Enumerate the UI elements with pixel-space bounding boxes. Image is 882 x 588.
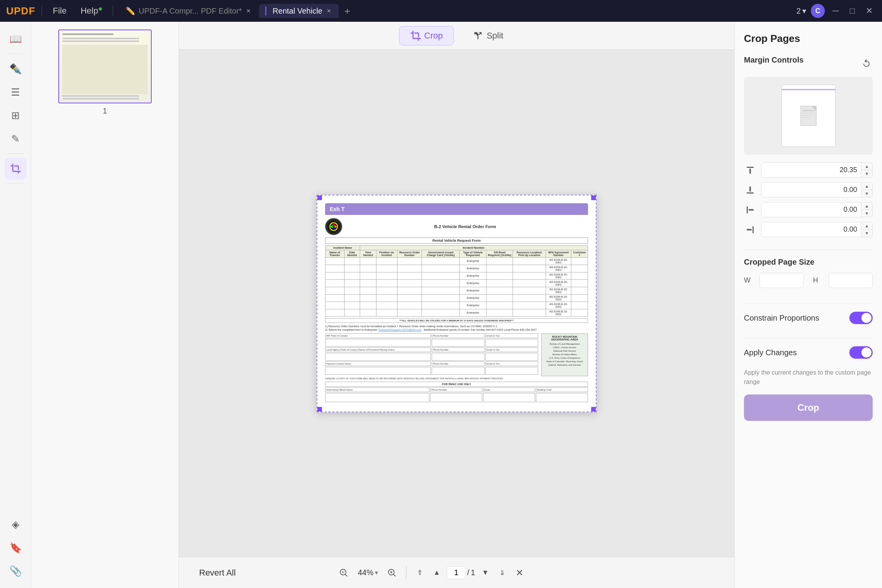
tab-pdf-close[interactable]: ✕ (245, 7, 252, 14)
apply-toggle[interactable] (849, 346, 873, 359)
margin-left-input[interactable] (761, 202, 861, 217)
maximize-button[interactable]: □ (847, 4, 858, 17)
close-nav-button[interactable]: ✕ (513, 566, 527, 580)
pdf-geo-area: ROCKY MOUNTAIN GEOGRAPHIC AREA (543, 335, 586, 341)
svg-line-12 (394, 574, 396, 576)
sidebar-item-annotate[interactable]: ✒️ (5, 58, 26, 80)
sidebar-item-layers[interactable]: ◈ (5, 513, 26, 535)
preview-document (781, 85, 836, 147)
th-position: Position on Incident (376, 250, 397, 257)
apply-changes-row: Apply Changes (744, 346, 873, 359)
revert-all-button[interactable]: Revert All (188, 564, 247, 582)
height-input-container: ▲ ▼ (829, 273, 873, 288)
reset-button[interactable] (860, 57, 873, 70)
edit-tab-icon: ✏️ (126, 6, 135, 16)
pdf-contact-section: IMT Point of Contact Phone Number Email … (325, 333, 588, 376)
constrain-toggle[interactable] (849, 312, 873, 324)
svg-rect-23 (749, 209, 754, 211)
tab-add-button[interactable]: ＋ (340, 3, 355, 19)
close-button[interactable]: ✕ (863, 4, 876, 17)
margin-top-row: ▲ ▼ (744, 162, 873, 178)
crop-icon-svg (10, 163, 21, 174)
sidebar-item-read[interactable]: 📖 (5, 28, 26, 50)
margin-right-input[interactable] (761, 222, 861, 237)
minimize-button[interactable]: ─ (830, 4, 842, 17)
file-menu[interactable]: File (48, 4, 71, 17)
margin-preview-area (744, 77, 873, 155)
width-input[interactable] (760, 273, 804, 288)
tab-rental-close[interactable]: ✕ (326, 7, 332, 14)
pdf-main-title: B-2 Vehicle Rental Order Form (342, 224, 588, 229)
sidebar-item-bookmark[interactable]: 🔖 (5, 537, 26, 558)
th-location: Resource Location/ Pick Up Location (513, 250, 546, 257)
user-avatar[interactable]: C (811, 4, 825, 18)
sidebar-item-list[interactable]: ☰ (5, 81, 26, 103)
margin-left-spinners: ▲ ▼ (861, 203, 872, 217)
first-page-button[interactable]: ⇑ (413, 566, 427, 580)
margin-top-input-container: ▲ ▼ (761, 162, 873, 178)
margin-left-down[interactable]: ▼ (861, 210, 872, 217)
sidebar-bottom: ◈ 🔖 📎 (5, 513, 26, 582)
margin-top-input[interactable] (761, 163, 861, 177)
zoom-dropdown-arrow[interactable]: ▾ (375, 569, 378, 576)
tab-bar: ✏️ UPDF-A Compr... PDF Editor* ✕ Rental … (119, 3, 792, 19)
pdf-contact-left: IMT Point of Contact Phone Number Email … (325, 333, 538, 376)
sidebar-item-grid[interactable]: ⊞ (5, 105, 26, 126)
sidebar-item-attachment[interactable]: 📎 (5, 560, 26, 582)
margin-section-title: Margin Controls (744, 56, 803, 65)
thumbnail-panel: 1 (31, 22, 179, 588)
thumb-table (62, 45, 148, 94)
margin-top-down[interactable]: ▼ (861, 170, 872, 177)
height-input[interactable] (829, 273, 873, 288)
last-page-button[interactable]: ⇓ (495, 566, 509, 580)
margin-right-up[interactable]: ▲ (861, 223, 872, 230)
margin-top-up[interactable]: ▲ (861, 163, 872, 170)
tab-rental-vehicle[interactable]: Rental Vehicle ✕ (259, 4, 339, 18)
margin-left-up[interactable]: ▲ (861, 203, 872, 210)
page-number-input[interactable] (447, 566, 466, 579)
crop-handle-tl[interactable] (317, 195, 322, 200)
svg-rect-25 (747, 229, 752, 230)
margin-bottom-icon-svg (746, 185, 755, 195)
svg-line-8 (345, 574, 348, 576)
table-row: EnterpriseAG-6249-B-16-0002 (326, 257, 588, 265)
margin-bottom-down[interactable]: ▼ (861, 190, 872, 197)
preview-doc-icon-svg (799, 104, 818, 127)
pdf-rmac-section: FOR RMAC USE ONLY Authorizing Official N… (325, 382, 588, 402)
crop-handle-br[interactable] (591, 407, 597, 412)
zoom-in-button[interactable] (384, 565, 400, 581)
thumbnail-page-1[interactable]: 1 (58, 30, 152, 115)
prev-page-button[interactable]: ▲ (430, 566, 444, 580)
next-page-button[interactable]: ▼ (478, 566, 492, 580)
preview-top-margin (782, 89, 835, 90)
margin-right-down[interactable]: ▼ (861, 230, 872, 237)
margin-bottom-input[interactable] (761, 183, 861, 197)
thumb-line-3 (62, 95, 139, 97)
sidebar-item-edit[interactable]: ✎ (5, 128, 26, 150)
svg-rect-17 (803, 117, 810, 118)
crop-handle-bl[interactable] (317, 407, 322, 412)
apply-label: Apply Changes (744, 348, 797, 357)
margin-bottom-up[interactable]: ▲ (861, 183, 872, 190)
zoom-value: 44% ▾ (355, 567, 381, 579)
title-divider-1 (42, 5, 42, 16)
table-row: EnterpriseAG-6249-B-16-0002 (326, 302, 588, 309)
sidebar-item-crop[interactable] (5, 158, 26, 180)
crop-action-button[interactable]: Crop (744, 394, 873, 421)
crop-toolbar-btn[interactable]: Crop (399, 26, 454, 45)
pdf-map-box: ROCKY MOUNTAIN GEOGRAPHIC AREA Bureau of… (541, 333, 588, 376)
tab-pdf-editor[interactable]: ✏️ UPDF-A Compr... PDF Editor* ✕ (119, 4, 258, 18)
help-menu[interactable]: Help (76, 4, 107, 17)
svg-rect-15 (803, 113, 814, 113)
zoom-out-button[interactable] (336, 565, 352, 581)
th-customer: Customer # (571, 250, 588, 257)
svg-point-0 (327, 220, 340, 233)
split-toolbar-btn[interactable]: Split (462, 26, 514, 45)
page-indicator-chevron[interactable]: ▾ (802, 6, 806, 16)
crop-handle-tr[interactable] (591, 195, 597, 200)
thumbnail-page-num: 1 (103, 106, 107, 115)
constrain-proportions-row: Constrain Proportions (744, 312, 873, 324)
reset-icon-svg (862, 59, 871, 68)
margin-right-icon (744, 223, 756, 236)
constrain-label: Constrain Proportions (744, 314, 819, 323)
